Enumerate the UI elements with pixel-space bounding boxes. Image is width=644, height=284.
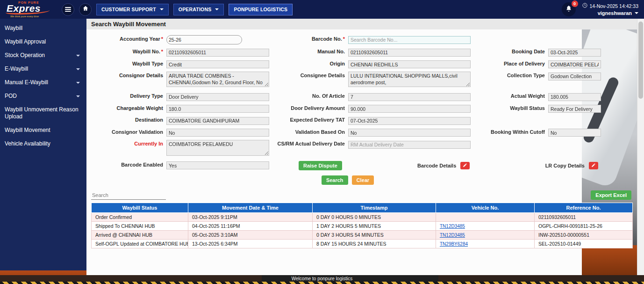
vehicle-no-link[interactable]: TN12D3485 — [440, 233, 465, 238]
chevron-down-icon — [76, 55, 80, 57]
origin-input[interactable] — [348, 60, 471, 68]
booking-date-input[interactable] — [548, 49, 601, 57]
place-of-delivery-label: Place of Delivery — [474, 60, 545, 66]
sidebar-item-label: Waybill Unmovement Reason Upload — [5, 106, 80, 120]
origin-label: Origin — [272, 60, 345, 66]
column-header-reference-no[interactable]: Reference No. — [535, 203, 633, 212]
accounting-year-label: Accounting Year* — [94, 35, 163, 42]
column-header-vehicle-no[interactable]: Vehicle No. — [436, 203, 535, 212]
sidebar-item-vehicle-availability[interactable]: Vehicle Availability — [0, 137, 86, 151]
sidebar-item-label: Waybill — [5, 25, 22, 32]
required-asterisk: * — [343, 36, 345, 42]
lr-copy-details-label: LR Copy Details — [545, 163, 585, 168]
sidebar-item-label: Waybill Movement — [5, 127, 50, 134]
no-of-article-input[interactable] — [348, 93, 471, 101]
raise-dispute-button[interactable]: Raise Dispute — [299, 161, 342, 170]
cell-status: Order Confirmed — [92, 212, 188, 221]
validation-based-on-label: Validation Based On — [272, 128, 345, 135]
sidebar-item-waybill-approval[interactable]: Waybill Approval — [0, 35, 86, 49]
cell-timestamp: 1 DAY 2 HOURS 5 MINUTES — [313, 221, 436, 230]
destination-input[interactable] — [166, 117, 269, 125]
manual-no-label: Manual No. — [272, 48, 345, 54]
cell-datetime: 05-Oct-2025 3:10AM — [188, 230, 313, 239]
sidebar-item-waybill-movement[interactable]: Waybill Movement — [0, 124, 86, 137]
vertical-scrollbar[interactable] — [637, 19, 644, 275]
notifications-button[interactable]: 0 — [562, 2, 576, 16]
menu-ponpure-logistics-label: PONPURE LOGISTICS — [234, 7, 287, 12]
waybill-no-input[interactable] — [166, 49, 269, 57]
sidebar-item-e-waybill[interactable]: E-Waybill — [0, 62, 86, 76]
sidebar-item-waybill[interactable]: Waybill — [0, 22, 86, 35]
consignor-details-label: Consignor Details — [94, 72, 163, 78]
clear-button[interactable]: Clear — [352, 175, 374, 185]
top-navbar: PON PURE Expres We think pure every time… — [0, 0, 644, 19]
door-delivery-amount-label: Door Delivery Amount — [272, 104, 345, 111]
chevron-down-icon — [215, 8, 219, 10]
delivery-type-input[interactable] — [166, 93, 269, 101]
datetime-display: 14-Nov-2025 14:42:33 — [582, 3, 639, 9]
table-header-row: Waybill Status Movement Date & Time Time… — [92, 203, 633, 212]
barcode-details-edit-button[interactable] — [460, 162, 470, 169]
waybill-type-input[interactable] — [166, 60, 269, 68]
column-header-timestamp[interactable]: Timestamp — [313, 203, 436, 212]
menu-operations[interactable]: OPERATIONS — [173, 4, 224, 15]
waybill-search-form: Accounting Year* Barcode No.* Waybill No… — [86, 29, 637, 185]
currently-in-label: Currently In — [94, 140, 163, 146]
sidebar-item-pod[interactable]: POD — [0, 89, 86, 103]
menu-customer-support[interactable]: CUSTOMER SUPPORT — [96, 4, 169, 15]
column-header-waybill-status[interactable]: Waybill Status — [92, 203, 188, 212]
clock-icon — [582, 3, 587, 9]
accounting-year-input[interactable] — [166, 35, 242, 44]
brand-logo[interactable]: PON PURE Expres We think pure every time — [6, 0, 57, 18]
home-button[interactable] — [79, 3, 92, 16]
cell-reference: SEL-202510-01449 — [535, 239, 633, 248]
barcode-no-input[interactable] — [348, 36, 471, 44]
form-submit-row: Search Clear — [94, 174, 601, 185]
barcode-enabled-input[interactable] — [166, 161, 269, 169]
status-bar: Welcome to ponpure logistics — [0, 275, 644, 282]
menu-ponpure-logistics[interactable]: PONPURE LOGISTICS — [229, 4, 293, 15]
consignor-details-textarea[interactable] — [166, 72, 269, 87]
sidebar-item-label: Waybill Approval — [5, 38, 46, 45]
validation-based-on-input[interactable] — [348, 129, 471, 137]
sidebar-item-stock-operation[interactable]: Stock Operation — [0, 49, 86, 62]
barcode-no-label: Barcode No.* — [272, 35, 345, 42]
scrollbar-thumb[interactable] — [638, 22, 643, 99]
export-excel-button[interactable]: Export Excel — [591, 190, 631, 200]
lr-copy-details-edit-button[interactable] — [589, 162, 598, 169]
sidebar-item-manual-e-waybill[interactable]: Manual E-Waybill — [0, 76, 86, 89]
waybill-status-input[interactable] — [548, 105, 601, 113]
pencil-icon — [463, 163, 467, 168]
vehicle-no-link[interactable]: TN29BY6284 — [440, 241, 468, 247]
expected-delivery-tat-input[interactable] — [348, 117, 471, 125]
manual-no-input[interactable] — [348, 49, 471, 57]
form-action-strip: Raise Dispute Barcode Details LR Copy De… — [272, 161, 601, 170]
hazard-stripe-decoration — [0, 282, 644, 284]
brand-logo-swoosh — [6, 8, 50, 15]
consignee-details-textarea[interactable] — [348, 72, 471, 87]
cell-reference: 02110932605011 — [535, 212, 633, 221]
waybill-type-label: Waybill Type — [94, 60, 163, 66]
cell-status: Arrived @ CHENNAI HUB — [92, 230, 188, 239]
vehicle-no-link[interactable]: TN12D3485 — [440, 224, 465, 229]
lr-copy-details-group: LR Copy Details — [545, 162, 598, 169]
search-button[interactable]: Search — [322, 175, 348, 185]
booking-within-cutoff-input[interactable] — [548, 129, 601, 137]
booking-date-label: Booking Date — [474, 48, 545, 54]
collection-type-input[interactable] — [548, 73, 601, 80]
results-search-input[interactable] — [91, 191, 166, 200]
table-row: Self-OGPL Updated at COIMBATORE HUB 13-O… — [92, 239, 633, 248]
menu-toggle-button[interactable] — [62, 3, 74, 16]
chargeable-weight-input[interactable] — [166, 105, 269, 113]
sidebar-item-label: Manual E-Waybill — [5, 79, 48, 86]
cs-rm-actual-delivery-date-input[interactable] — [348, 141, 471, 149]
place-of-delivery-input[interactable] — [548, 60, 601, 68]
consignor-validation-input[interactable] — [166, 129, 269, 137]
column-header-movement-datetime[interactable]: Movement Date & Time — [188, 203, 313, 212]
sidebar-item-waybill-unmovement-reason-upload[interactable]: Waybill Unmovement Reason Upload — [0, 103, 86, 124]
destination-label: Destination — [94, 116, 163, 123]
user-menu[interactable]: vigneshwaran — [598, 10, 638, 16]
door-delivery-amount-input[interactable] — [348, 105, 471, 113]
currently-in-textarea[interactable] — [166, 140, 269, 155]
actual-weight-input[interactable] — [548, 93, 601, 101]
